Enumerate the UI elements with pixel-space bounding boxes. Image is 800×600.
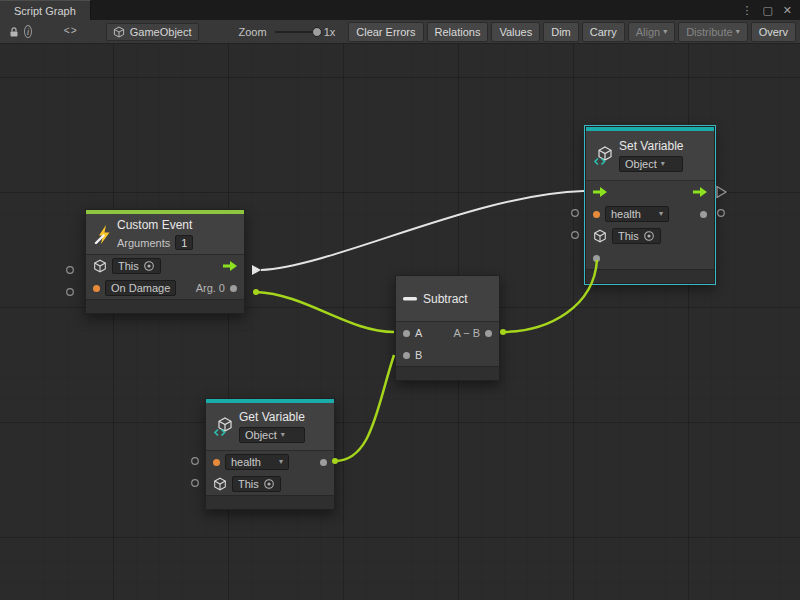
variable-name-value: health [611,208,641,220]
subtract-icon [403,294,417,304]
gameobject-cube-icon [93,259,107,273]
tab-title: Script Graph [14,5,76,17]
event-name-field[interactable]: On Damage [105,280,176,296]
flow-wire-start-arrow[interactable] [252,265,261,275]
wire-arg0-subtract-a[interactable] [256,292,394,332]
variable-name-row: health ▾ [586,203,714,225]
target-row: This [206,473,334,495]
graph-canvas[interactable]: Custom Event Arguments 1 This [0,44,800,600]
flow-continuation-indicator[interactable] [717,187,726,198]
variable-name-dropdown[interactable]: health ▾ [605,206,669,222]
relations-toggle[interactable]: Relations [427,22,489,42]
input-a-port[interactable] [403,330,410,337]
unconnected-port-indicator[interactable] [192,458,199,465]
output-port[interactable] [485,330,492,337]
value-output-port[interactable] [700,211,707,218]
wire-endpoint-dot[interactable] [253,289,259,295]
target-self-dropdown[interactable]: This [232,476,281,492]
target-label: This [618,230,639,242]
toolbar-buttons: Clear Errors Relations Values Dim Carry … [348,22,796,42]
carry-toggle[interactable]: Carry [582,22,625,42]
variable-name-row: health ▾ [206,451,334,473]
variable-scope-dropdown[interactable]: Object ▾ [619,156,683,172]
value-output-port[interactable] [320,459,327,466]
target-row: This [586,225,714,247]
unconnected-port-indicator[interactable] [572,210,579,217]
value-input-port[interactable] [593,255,600,262]
unconnected-port-indicator[interactable] [67,289,74,296]
variable-name-dropdown[interactable]: health ▾ [225,454,289,470]
node-header[interactable]: Custom Event Arguments 1 [86,214,244,255]
window-controls: ⋮ ▢ ✕ [741,0,800,20]
flow-row [586,181,714,203]
tab-script-graph[interactable]: Script Graph [0,0,91,20]
object-picker-icon[interactable] [643,230,655,242]
arg0-output-port[interactable] [230,285,237,292]
chevron-down-icon: ▾ [663,28,667,36]
distribute-dropdown[interactable]: Distribute ▾ [678,22,747,42]
close-icon[interactable]: ✕ [783,5,792,16]
code-icon[interactable]: <> [64,23,78,41]
zoom-label: Zoom [239,26,267,38]
zoom-slider-handle[interactable] [312,27,322,37]
value-input-row [586,247,714,269]
node-header[interactable]: Set Variable Object ▾ [586,131,714,181]
target-label: This [238,478,259,490]
node-footer [86,299,244,313]
node-custom-event[interactable]: Custom Event Arguments 1 This [85,209,245,314]
flow-input-port[interactable] [593,187,607,197]
node-subtract[interactable]: Subtract A A − B B [395,275,500,381]
arguments-input[interactable]: 1 [175,235,193,250]
subtract-row-a: A A − B [396,322,499,344]
node-get-variable[interactable]: Get Variable Object ▾ health ▾ [205,398,335,510]
values-toggle[interactable]: Values [491,22,540,42]
gameobject-button[interactable]: GameObject [106,23,199,41]
distribute-label: Distribute [686,26,732,38]
string-input-port[interactable] [93,285,100,292]
chevron-down-icon: ▾ [279,458,283,466]
dim-toggle[interactable]: Dim [543,22,579,42]
target-self-dropdown[interactable]: This [112,258,161,274]
lock-icon[interactable] [8,23,20,41]
gameobject-cube-icon [213,477,227,491]
scope-label: Object [245,429,277,441]
flow-output-port[interactable] [693,187,707,197]
input-b-port[interactable] [403,352,410,359]
string-input-port[interactable] [593,211,600,218]
node-header[interactable]: Get Variable Object ▾ [206,403,334,451]
arguments-label: Arguments [117,237,170,249]
flow-output-port[interactable] [223,261,237,271]
target-row: This [86,255,244,277]
input-b-label: B [415,349,422,361]
align-dropdown[interactable]: Align ▾ [628,22,675,42]
node-set-variable[interactable]: Set Variable Object ▾ health ▾ [585,126,715,284]
string-input-port[interactable] [213,459,220,466]
unconnected-port-indicator[interactable] [192,480,199,487]
node-title: Subtract [423,292,468,306]
unconnected-port-indicator[interactable] [572,232,579,239]
node-title: Custom Event [117,218,193,232]
wire-endpoint-dot[interactable] [500,329,506,335]
gameobject-label: GameObject [130,26,192,38]
info-icon[interactable]: i [24,25,32,38]
object-picker-icon[interactable] [263,478,275,490]
wire-flow-customevent-setvariable[interactable] [261,191,584,270]
kebab-menu-icon[interactable]: ⋮ [741,5,752,16]
node-header[interactable]: Subtract [396,276,499,322]
zoom-slider[interactable] [275,25,318,39]
wire-subtract-setvariable-value[interactable] [501,260,597,332]
target-self-dropdown[interactable]: This [612,228,661,244]
overview-button[interactable]: Overv [751,22,796,42]
clear-errors-button[interactable]: Clear Errors [348,22,423,42]
unconnected-port-indicator[interactable] [67,267,74,274]
maximize-icon[interactable]: ▢ [762,5,772,16]
chevron-down-icon: ▾ [736,28,740,36]
event-name-row: On Damage Arg. 0 [86,277,244,299]
node-footer [396,366,499,380]
variable-scope-dropdown[interactable]: Object ▾ [239,427,305,443]
variable-cube-icon [213,417,233,437]
unconnected-port-indicator[interactable] [718,210,725,217]
wire-getvariable-subtract-b[interactable] [335,355,394,461]
chevron-down-icon: ▾ [661,160,665,168]
object-picker-icon[interactable] [143,260,155,272]
